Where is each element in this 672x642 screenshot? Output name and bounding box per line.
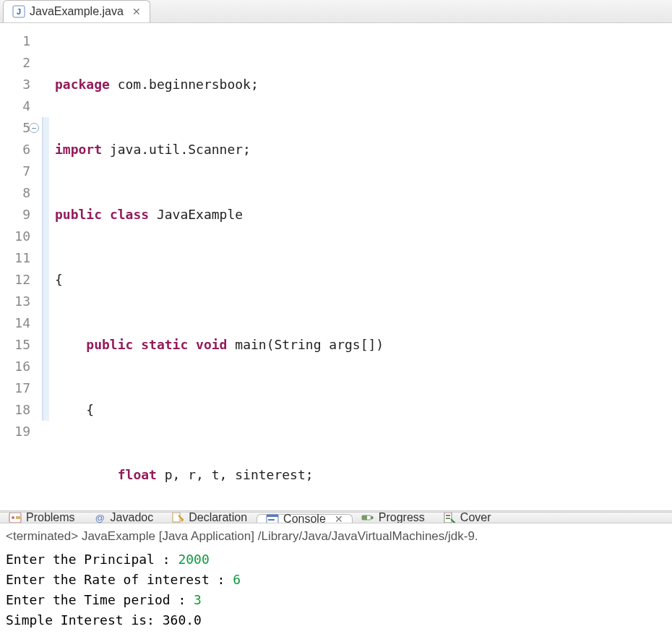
tab-declaration[interactable]: Declaration [163, 513, 257, 523]
coverage-icon [443, 513, 456, 523]
bottom-tab-bar: Problems @ Javadoc Declaration Console ✕… [0, 513, 672, 523]
fold-toggle-icon[interactable]: − [29, 123, 39, 133]
line-number: 1 [0, 30, 38, 52]
line-number: 14 [0, 312, 38, 334]
console-status: <terminated> JavaExample [Java Applicati… [6, 526, 666, 549]
declaration-icon [171, 513, 184, 523]
line-number-gutter: 1 2 3 4 5− 6 7 8 9 10 11 12 13 14 15 16 … [0, 23, 40, 510]
line-number: 9 [0, 204, 38, 226]
line-number: 13 [0, 291, 38, 312]
line-number: 16 [0, 356, 38, 377]
svg-rect-14 [446, 518, 450, 519]
line-number: 4 [0, 95, 38, 117]
line-number: 18 [0, 399, 38, 421]
code-content[interactable]: package com.beginnersbook; import java.u… [51, 23, 672, 510]
console-line: Simple Interest is: 360.0 [6, 610, 666, 630]
tab-progress[interactable]: Progress [353, 513, 434, 523]
line-number: 15 [0, 334, 38, 356]
console-panel: <terminated> JavaExample [Java Applicati… [0, 523, 672, 642]
code-editor[interactable]: 1 2 3 4 5− 6 7 8 9 10 11 12 13 14 15 16 … [0, 23, 672, 510]
svg-point-3 [12, 516, 14, 519]
tab-label: Declaration [189, 513, 247, 523]
console-line: Enter the Rate of interest : 6 [6, 570, 666, 590]
java-file-icon: J [12, 5, 25, 18]
svg-rect-9 [268, 519, 275, 521]
tab-label: Cover [460, 513, 491, 523]
svg-text:J: J [17, 7, 21, 16]
tab-label: Problems [26, 513, 75, 523]
tab-label: Progress [379, 513, 425, 523]
tab-label: Javadoc [111, 513, 154, 523]
line-number: 7 [0, 160, 38, 182]
line-number: 17 [0, 377, 38, 399]
line-number: 3 [0, 74, 38, 95]
problems-icon [9, 513, 22, 523]
console-line: Enter the Principal : 2000 [6, 549, 666, 570]
editor-tab[interactable]: J JavaExample.java ✕ [3, 0, 150, 22]
line-number: 6 [0, 139, 38, 160]
console-line: Enter the Time period : 3 [6, 590, 666, 610]
tab-problems[interactable]: Problems [0, 513, 85, 523]
svg-rect-8 [267, 515, 278, 517]
tab-javadoc[interactable]: @ Javadoc [85, 513, 163, 523]
svg-rect-4 [16, 516, 20, 519]
tab-label: Console [283, 513, 326, 523]
console-icon [266, 513, 279, 523]
line-number: 2 [0, 52, 38, 74]
line-number: 8 [0, 182, 38, 204]
tab-console[interactable]: Console ✕ [257, 514, 353, 523]
svg-text:@: @ [95, 513, 104, 523]
svg-rect-6 [173, 513, 180, 522]
close-icon[interactable]: ✕ [132, 6, 141, 17]
editor-tab-label: JavaExample.java [30, 5, 124, 18]
editor-tab-bar: J JavaExample.java ✕ [0, 0, 672, 23]
line-number: 11 [0, 247, 38, 269]
tab-coverage[interactable]: Cover [434, 513, 501, 523]
folding-bar [40, 23, 51, 510]
svg-rect-11 [362, 515, 367, 520]
close-icon[interactable]: ✕ [335, 513, 343, 523]
javadoc-icon: @ [93, 513, 106, 523]
fold-range-indicator [42, 117, 49, 421]
line-number: 10 [0, 226, 38, 247]
svg-rect-13 [446, 515, 450, 516]
line-number: 12 [0, 269, 38, 291]
progress-icon [361, 513, 374, 523]
line-number: 5− [0, 117, 38, 139]
line-number: 19 [0, 421, 38, 442]
